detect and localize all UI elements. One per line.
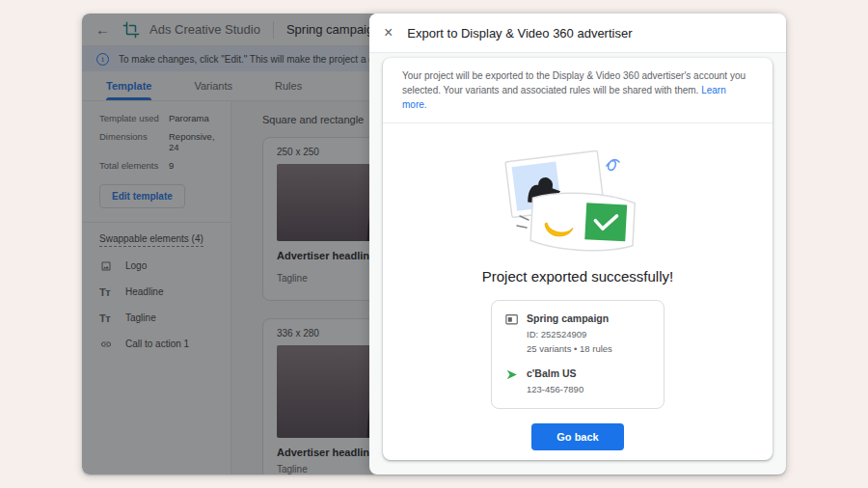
dialog-description: Your project will be exported to the Dis… [383,58,773,123]
dialog-title: Export to Display & Video 360 advertiser [407,26,632,41]
summary-advertiser-id: 123-456-7890 [527,383,650,396]
dialog-content-card: Your project will be exported to the Dis… [383,58,773,460]
description-text: Your project will be exported to the Dis… [402,70,746,95]
export-dialog: × Export to Display & Video 360 advertis… [369,14,786,474]
dv360-icon [505,368,519,381]
app-window: ← Ads Creative Studio Spring campaign CO… [82,14,786,474]
project-icon [505,313,519,326]
summary-project-id: ID: 252524909 [527,328,650,341]
go-back-button[interactable]: Go back [531,423,623,450]
dialog-header: × Export to Display & Video 360 advertis… [369,14,786,53]
summary-project-meta: 25 variants • 18 rules [527,342,650,356]
export-summary-card: Spring campaign ID: 252524909 25 variant… [491,300,665,409]
close-icon[interactable]: × [384,25,393,41]
summary-project-name: Spring campaign [527,312,609,324]
export-success-illustration [481,145,674,253]
success-message: Project exported successfully! [383,268,773,285]
summary-advertiser-name: c'Balm US [527,367,577,379]
